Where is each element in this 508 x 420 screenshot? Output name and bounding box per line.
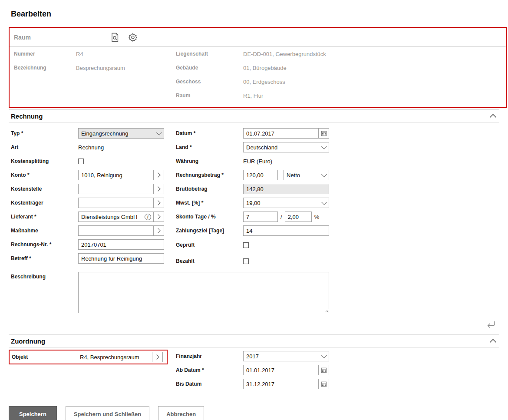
land-select[interactable]: Deutschland [243, 142, 329, 152]
kostentraeger-picker-button[interactable] [153, 198, 164, 208]
settings-button[interactable] [126, 31, 139, 44]
finanzjahr-select[interactable]: 2017 [243, 351, 329, 361]
geprueft-checkbox[interactable] [243, 242, 249, 248]
zahlungsziel-label: Zahlungsziel [Tage] [176, 228, 243, 234]
waehrung-value: EUR (Euro) [243, 158, 272, 165]
zahlungsziel-input[interactable] [244, 226, 329, 235]
field-mwst: Mwst. [%] * 19,00 [176, 196, 499, 210]
field-lieferant: Lieferant * i [11, 210, 176, 224]
rechnung-form: Typ * Eingangsrechnung Art Rechnung Kost… [9, 123, 499, 268]
kostenstelle-input[interactable] [79, 184, 153, 194]
mwst-selected-value: 19,00 [244, 200, 319, 206]
betrag-modus-select[interactable]: Netto [284, 170, 329, 180]
lieferant-label: Lieferant * [11, 214, 78, 220]
field-waehrung: Währung EUR (Euro) [176, 154, 499, 168]
mwst-select[interactable]: 19,00 [243, 198, 329, 208]
mwst-label: Mwst. [%] * [176, 200, 243, 206]
skonto-prozent-input[interactable] [285, 212, 311, 222]
zuordnung-form: Objekt Finanzjahr 2017 Ab Datum * [9, 348, 499, 398]
zuordnung-left-column: Objekt [9, 349, 176, 391]
field-land: Land * Deutschland [176, 140, 499, 154]
kostensplitting-label: Kostensplitting [11, 158, 78, 164]
chevron-down-icon [319, 174, 329, 176]
rechnung-section-header: Rechnung [9, 109, 499, 123]
lieferant-picker-button[interactable] [153, 212, 164, 222]
chevron-down-icon [319, 202, 329, 204]
land-label: Land * [176, 144, 243, 150]
bezeichnung-value: Besprechungsraum [76, 65, 125, 71]
typ-select[interactable]: Eingangsrechnung [78, 128, 164, 139]
kostensplitting-checkbox[interactable] [78, 159, 84, 164]
info-icon[interactable]: i [145, 214, 151, 220]
bruttobetrag-input [244, 184, 329, 194]
field-ab-datum: Ab Datum * [176, 363, 499, 377]
datum-input[interactable] [244, 129, 318, 138]
kostenstelle-label: Kostenstelle [11, 186, 78, 192]
objekt-picker-button[interactable] [152, 352, 162, 362]
document-search-icon [110, 32, 120, 43]
bis-datum-calendar-button[interactable] [318, 379, 329, 389]
zuordnung-right-column: Finanzjahr 2017 Ab Datum * [176, 349, 499, 391]
typ-label: Typ * [11, 130, 78, 136]
nummer-value: R4 [76, 51, 83, 57]
konto-picker-button[interactable] [153, 170, 164, 180]
raum-field-nummer: Nummer R4 [14, 47, 176, 61]
rechnungsbetrag-input[interactable] [244, 170, 277, 180]
speichern-und-schliessen-button[interactable]: Speichern und Schließen [66, 406, 149, 420]
datum-calendar-button[interactable] [318, 129, 329, 138]
chevron-right-icon [155, 214, 160, 219]
bis-datum-input[interactable] [244, 379, 318, 389]
bezeichnung-label: Bezeichnung [14, 65, 76, 71]
kostentraeger-label: Kostenträger [11, 200, 78, 206]
kostentraeger-input[interactable] [79, 198, 153, 208]
raum-value: R1, Flur [243, 93, 263, 99]
field-art: Art Rechnung [11, 140, 176, 154]
chevron-down-icon [319, 146, 329, 149]
abbrechen-button[interactable]: Abbrechen [158, 406, 204, 420]
rechnung-collapse-button[interactable] [488, 111, 498, 121]
raum-field-bezeichnung: Bezeichnung Besprechungsraum [14, 61, 176, 75]
chevron-right-icon [155, 186, 160, 191]
zuordnung-section-header: Zuordnung [9, 334, 499, 348]
finanzjahr-label: Finanzjahr [176, 353, 243, 359]
rechnungsnr-input[interactable] [79, 240, 164, 249]
betreff-input[interactable] [79, 254, 164, 263]
rechnungsbetrag-label: Rechnungsbetrag * [176, 172, 243, 178]
kostenstelle-picker-button[interactable] [153, 184, 164, 194]
ab-datum-input[interactable] [244, 365, 318, 375]
massnahme-picker-button[interactable] [153, 226, 164, 235]
bezahlt-checkbox[interactable] [243, 258, 249, 264]
field-skonto: Skonto Tage / % / % [176, 210, 499, 224]
datum-label: Datum * [176, 130, 243, 136]
field-massnahme: Maßnahme [11, 224, 176, 238]
ab-datum-label: Ab Datum * [176, 367, 243, 373]
skonto-label: Skonto Tage / % [176, 214, 243, 220]
finanzjahr-selected-value: 2017 [244, 353, 319, 360]
skonto-separator: / [280, 214, 282, 220]
massnahme-input[interactable] [79, 226, 153, 235]
field-kostenstelle: Kostenstelle [11, 182, 176, 196]
field-betreff: Betreff * [11, 251, 176, 265]
konto-label: Konto * [11, 172, 78, 178]
speichern-button[interactable]: Speichern [9, 406, 57, 420]
art-value: Rechnung [78, 144, 104, 151]
chevron-up-icon [489, 339, 496, 346]
field-finanzjahr: Finanzjahr 2017 [176, 349, 499, 363]
field-geprueft: Geprüft [176, 238, 499, 251]
zuordnung-collapse-button[interactable] [488, 336, 498, 346]
raum-panel-title: Raum [14, 34, 109, 41]
chevron-up-icon [489, 114, 496, 121]
preview-button[interactable] [109, 31, 122, 44]
skonto-tage-input[interactable] [244, 212, 277, 222]
undo-button[interactable] [485, 319, 497, 329]
objekt-input[interactable] [77, 352, 152, 362]
typ-selected-value: Eingangsrechnung [79, 130, 154, 137]
rechnung-section: Rechnung Typ * Eingangsrechnung Art Rech… [9, 109, 499, 330]
rechnung-section-title: Rechnung [11, 112, 43, 120]
konto-input[interactable] [79, 170, 153, 180]
beschreibung-textarea[interactable] [78, 272, 329, 313]
calendar-icon [321, 130, 327, 136]
ab-datum-calendar-button[interactable] [318, 365, 329, 375]
lieferant-input[interactable] [79, 212, 145, 222]
raum-field-raum: Raum R1, Flur [176, 89, 501, 103]
